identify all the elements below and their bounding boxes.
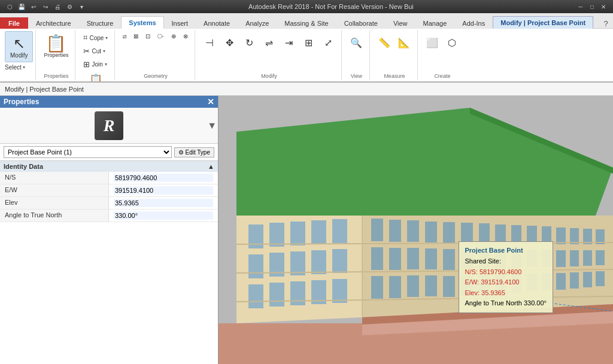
geom-btn3[interactable]: ⊡ — [142, 31, 153, 41]
measure-btn2[interactable]: 📐 — [394, 31, 414, 55]
tab-systems[interactable]: Systems — [121, 16, 163, 29]
prop-value-angle[interactable] — [109, 210, 218, 222]
properties-panel: Properties ✕ R ▼ Project Base Point (1) … — [0, 96, 219, 364]
clipboard-buttons: ⌗ Cope ▾ ✂ Cut ▾ ⊞ Join ▾ — [80, 31, 111, 71]
svg-rect-9 — [248, 284, 263, 308]
geom-btn4[interactable]: ⧃ — [154, 31, 167, 42]
mirror-icon: ⇌ — [265, 38, 273, 48]
rotate-btn[interactable]: ↻ — [239, 31, 259, 55]
join-btn[interactable]: ⊞ Join ▾ — [80, 58, 111, 71]
svg-rect-24 — [371, 276, 383, 299]
edit-type-label: Edit Type — [185, 149, 210, 156]
elev-input[interactable] — [114, 199, 213, 207]
main-content: Properties ✕ R ▼ Project Base Point (1) … — [0, 96, 613, 364]
properties-group-label: Properties — [44, 72, 68, 79]
modify-button[interactable]: ↖ Modify — [5, 31, 33, 62]
move-btn[interactable]: ✥ — [220, 31, 239, 55]
create-group-label: Create — [434, 72, 450, 79]
type-dropdown[interactable]: Project Base Point (1) — [4, 146, 172, 158]
window-controls: ─ □ ✕ — [576, 2, 608, 11]
tab-view[interactable]: View — [386, 17, 415, 29]
svg-rect-33 — [425, 275, 437, 296]
cut-btn[interactable]: ✂ Cut ▾ — [80, 45, 111, 57]
measure-btn1[interactable]: 📏 — [375, 31, 394, 55]
tab-architecture[interactable]: Architecture — [28, 17, 79, 29]
offset-icon: ⇥ — [285, 38, 293, 48]
properties-btn[interactable]: 📋 Properties — [41, 31, 71, 62]
scale-btn[interactable]: ⤢ — [318, 31, 338, 55]
identity-data-header: Identity Data ▲ — [0, 161, 218, 172]
svg-rect-28 — [407, 220, 419, 242]
edit-type-button[interactable]: ⚙ Edit Type — [174, 147, 214, 157]
print-icon[interactable]: 🖨 — [53, 2, 62, 11]
svg-rect-41 — [479, 249, 490, 269]
geom-btn6[interactable]: ⊗ — [180, 31, 191, 41]
title-bar: ⬡ 💾 ↩ ↪ 🖨 ⚙ ▾ Autodesk Revit 2018 - Not … — [0, 0, 613, 13]
svg-rect-65 — [596, 250, 605, 265]
tab-addins[interactable]: Add-Ins — [454, 17, 493, 29]
ew-input[interactable] — [114, 186, 213, 195]
help-icon[interactable]: ? — [601, 19, 611, 28]
tab-annotate[interactable]: Annotate — [196, 17, 238, 29]
svg-rect-29 — [407, 248, 419, 269]
geometry-buttons: ⧄ ⊠ ⊡ ⧃ ⊕ ⊗ — [120, 31, 191, 72]
cope-btn[interactable]: ⌗ Cope ▾ — [80, 31, 111, 44]
tab-file[interactable]: File — [0, 17, 28, 29]
properties-buttons: 📋 Properties — [41, 31, 71, 72]
tab-structure[interactable]: Structure — [79, 17, 122, 29]
create-btn1[interactable]: ⬜ — [423, 31, 442, 55]
tab-insert[interactable]: Insert — [164, 17, 196, 29]
context-bar: Modify | Project Base Point — [0, 83, 613, 96]
prop-row-angle: Angle to True North — [0, 210, 218, 222]
svg-rect-44 — [495, 250, 506, 269]
svg-rect-56 — [556, 250, 566, 267]
svg-rect-8 — [248, 254, 263, 278]
tab-manage[interactable]: Manage — [415, 17, 455, 29]
maximize-icon[interactable]: □ — [587, 2, 597, 11]
tab-collaborate[interactable]: Collaborate — [336, 17, 386, 29]
cope-dropdown[interactable]: ▾ — [105, 35, 108, 41]
svg-rect-40 — [479, 223, 490, 243]
geom-btn2[interactable]: ⊠ — [131, 31, 141, 41]
view-btn1[interactable]: 🔍 — [347, 31, 366, 55]
undo-icon[interactable]: ↩ — [29, 2, 38, 11]
geom-btn5[interactable]: ⊕ — [168, 31, 179, 41]
join-dropdown[interactable]: ▾ — [105, 62, 107, 67]
prop-value-ns[interactable] — [109, 172, 218, 184]
prop-value-elev[interactable] — [109, 197, 218, 209]
mirror-btn[interactable]: ⇌ — [259, 31, 278, 55]
settings-icon[interactable]: ⚙ — [65, 2, 74, 11]
svg-rect-10 — [269, 223, 284, 247]
redo-icon[interactable]: ↪ — [41, 2, 50, 11]
cut-dropdown[interactable]: ▾ — [103, 48, 105, 54]
svg-rect-30 — [407, 275, 419, 297]
array-btn[interactable]: ⊞ — [299, 31, 318, 55]
ns-input[interactable] — [114, 174, 213, 182]
3d-viewport[interactable]: Project Base Point Shared Site: N/S: 581… — [219, 96, 613, 364]
close-icon[interactable]: ✕ — [599, 2, 608, 11]
create-group: ⬜ ⬡ Create — [419, 30, 465, 80]
more-icon[interactable]: ▾ — [77, 2, 86, 11]
geom-btn1[interactable]: ⧄ — [120, 31, 129, 42]
align-btn[interactable]: ⊣ — [200, 31, 219, 55]
geom-icon1: ⧄ — [123, 33, 126, 40]
properties-group: 📋 Properties Properties — [37, 30, 75, 80]
tab-massing[interactable]: Massing & Site — [277, 17, 336, 29]
panel-close-btn[interactable]: ✕ — [207, 98, 214, 106]
svg-rect-7 — [248, 225, 263, 248]
svg-rect-45 — [495, 275, 506, 294]
select-dropdown[interactable]: ▾ — [23, 65, 25, 70]
tab-modify[interactable]: Modify | Project Base Point — [493, 16, 593, 29]
minimize-icon[interactable]: ─ — [576, 2, 585, 11]
svg-rect-39 — [461, 275, 473, 296]
offset-btn[interactable]: ⇥ — [279, 31, 298, 55]
prop-value-ew[interactable] — [109, 184, 218, 196]
tab-analyze[interactable]: Analyze — [238, 17, 277, 29]
section-collapse-icon[interactable]: ▲ — [208, 163, 214, 170]
svg-rect-21 — [332, 279, 347, 303]
create-btn2[interactable]: ⬡ — [442, 31, 462, 55]
panel-scroll-btn[interactable]: ▼ — [207, 120, 217, 131]
angle-input[interactable] — [114, 211, 213, 220]
save-icon[interactable]: 💾 — [17, 2, 26, 11]
paste-btn[interactable]: 📋 Paste — [86, 72, 105, 83]
